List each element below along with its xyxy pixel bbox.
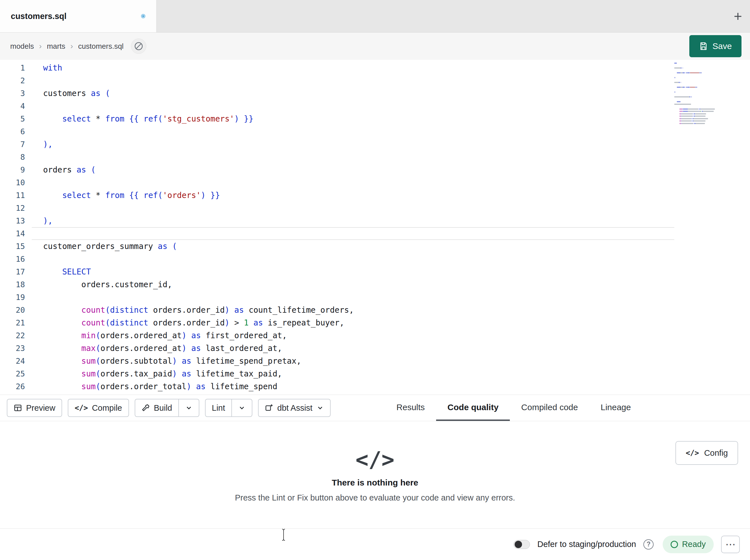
defer-toggle[interactable] [514, 540, 530, 549]
code-line-12[interactable] [43, 202, 674, 214]
save-button[interactable]: Save [689, 35, 742, 57]
line-number: 13 [0, 214, 25, 227]
status-bar: Defer to staging/production ? Ready ⋯ [0, 528, 750, 560]
line-number: 3 [0, 87, 25, 100]
status-ring-icon [671, 541, 678, 548]
line-number: 2 [0, 74, 25, 87]
lint-split-button: Lint [205, 399, 252, 417]
line-number: 25 [0, 367, 25, 380]
code-line-22[interactable]: min(orders.ordered_at) as first_ordered_… [43, 329, 674, 342]
code-line-23[interactable]: max(orders.ordered_at) as last_ordered_a… [43, 342, 674, 355]
breadcrumb-bar: models › marts › customers.sql Save [0, 33, 750, 60]
hammer-icon [141, 403, 150, 412]
line-number: 24 [0, 355, 25, 367]
code-line-6[interactable] [43, 125, 674, 138]
ready-label: Ready [682, 540, 706, 549]
code-line-17[interactable]: SELECT [43, 265, 674, 278]
code-line-3[interactable]: customers as ( [43, 87, 674, 100]
preview-button[interactable]: Preview [7, 399, 62, 417]
code-line-24[interactable]: sum(orders.subtotal) as lifetime_spend_p… [43, 355, 674, 367]
config-button[interactable]: </> Config [675, 441, 738, 465]
file-tab-bar: customers.sql + [0, 0, 750, 33]
code-line-20[interactable]: count(distinct orders.order_id) as count… [43, 304, 674, 316]
breadcrumb-customers-sql: customers.sql [78, 42, 123, 51]
code-line-15[interactable]: customer_orders_summary as ( [43, 240, 674, 253]
line-number: 8 [0, 151, 25, 163]
circle-slash-icon [134, 41, 143, 51]
code-editor[interactable]: 1234567891011121314151617181920212223242… [0, 60, 750, 395]
tab-title: customers.sql [11, 12, 67, 21]
unsaved-changes-dot-icon [141, 14, 145, 18]
tab-lineage[interactable]: Lineage [589, 395, 642, 421]
build-label: Build [154, 403, 172, 413]
compile-button[interactable]: </> Compile [68, 399, 129, 417]
code-brackets-icon: </> [75, 403, 88, 412]
line-number: 5 [0, 112, 25, 125]
chevron-down-icon [316, 404, 324, 412]
lint-button[interactable]: Lint [205, 399, 231, 416]
chevron-down-icon [238, 404, 245, 412]
help-icon[interactable]: ? [644, 539, 654, 549]
line-number: 7 [0, 138, 25, 151]
table-icon [14, 403, 22, 412]
line-number: 23 [0, 342, 25, 355]
editor-toolbar: Preview </> Compile Build Lint [0, 395, 750, 421]
code-brackets-icon: </> [356, 447, 394, 472]
breadcrumb-separator-icon: › [70, 42, 73, 51]
dbt-assist-button[interactable]: dbt Assist [258, 399, 331, 417]
line-number: 14 [0, 227, 25, 240]
assist-sparkle-icon [265, 403, 273, 412]
tab-results[interactable]: Results [385, 395, 436, 421]
code-line-5[interactable]: select * from {{ ref('stg_customers') }} [43, 112, 674, 125]
code-line-10[interactable] [43, 176, 674, 189]
toggle-knob-icon [515, 541, 522, 548]
line-number: 17 [0, 265, 25, 278]
line-number: 9 [0, 163, 25, 176]
lint-label: Lint [212, 403, 225, 413]
editor-code[interactable]: withcustomers as ( select * from {{ ref(… [25, 61, 674, 395]
tab-code-quality[interactable]: Code quality [436, 395, 510, 421]
code-line-25[interactable]: sum(orders.tax_paid) as lifetime_tax_pai… [43, 367, 674, 380]
breadcrumb-separator-icon: › [39, 42, 42, 51]
code-line-8[interactable] [43, 151, 674, 163]
code-line-16[interactable] [43, 253, 674, 265]
code-line-18[interactable]: orders.customer_id, [43, 278, 674, 291]
line-number: 10 [0, 176, 25, 189]
chevron-down-icon [185, 404, 193, 412]
code-line-4[interactable] [43, 100, 674, 112]
code-line-1[interactable]: with [43, 61, 674, 74]
build-split-button: Build [135, 399, 200, 417]
tab-customers-sql[interactable]: customers.sql [0, 0, 157, 32]
ready-status-badge[interactable]: Ready [663, 536, 714, 553]
build-button[interactable]: Build [135, 399, 179, 416]
lint-dropdown-button[interactable] [232, 399, 252, 416]
line-number: 20 [0, 304, 25, 316]
build-dropdown-button[interactable] [179, 399, 199, 416]
line-number: 19 [0, 291, 25, 304]
code-line-2[interactable] [43, 74, 674, 87]
code-quality-panel: </> There is nothing here Press the Lint… [0, 421, 750, 528]
code-line-14[interactable] [32, 227, 674, 240]
code-line-19[interactable] [43, 291, 674, 304]
floppy-disk-icon [699, 42, 708, 51]
code-line-26[interactable]: sum(orders.order_total) as lifetime_spen… [43, 380, 674, 393]
config-label: Config [704, 449, 728, 458]
file-status-button[interactable] [131, 39, 146, 54]
panel-tab-list: Results Code quality Compiled code Linea… [385, 395, 642, 421]
empty-state-title: There is nothing here [332, 478, 418, 488]
code-line-13[interactable]: ), [43, 214, 674, 227]
code-line-9[interactable]: orders as ( [43, 163, 674, 176]
dbt-assist-label: dbt Assist [277, 403, 313, 413]
line-number: 6 [0, 125, 25, 138]
minimap[interactable] [674, 63, 717, 124]
line-number: 1 [0, 61, 25, 74]
defer-label: Defer to staging/production [537, 540, 636, 549]
code-line-11[interactable]: select * from {{ ref('orders') }} [43, 189, 674, 202]
line-number: 16 [0, 253, 25, 265]
more-options-button[interactable]: ⋯ [721, 536, 740, 553]
tab-compiled-code[interactable]: Compiled code [510, 395, 589, 421]
new-tab-button[interactable]: + [734, 9, 742, 23]
editor-gutter: 1234567891011121314151617181920212223242… [0, 61, 25, 395]
code-line-21[interactable]: count(distinct orders.order_id) > 1 as i… [43, 316, 674, 329]
code-line-7[interactable]: ), [43, 138, 674, 151]
